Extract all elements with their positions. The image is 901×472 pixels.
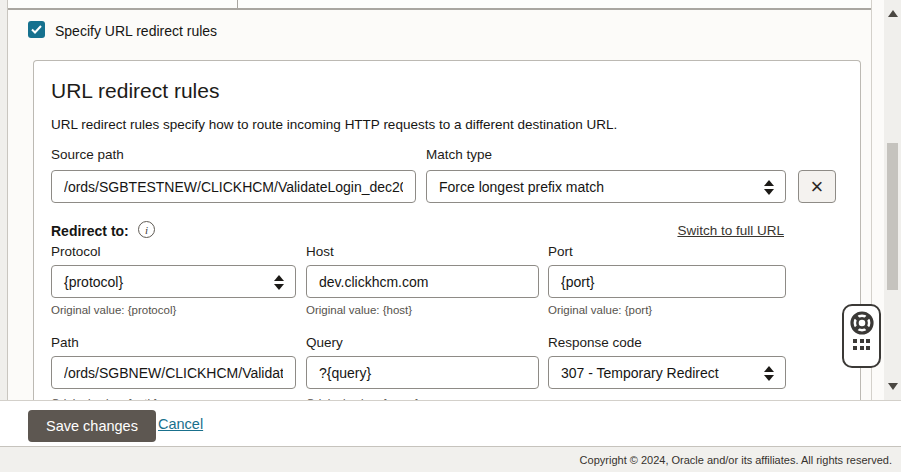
card-description: URL redirect rules specify how to route … bbox=[51, 117, 617, 132]
match-type-label: Match type bbox=[426, 147, 492, 162]
specify-url-redirect-rules-checkbox[interactable] bbox=[28, 21, 45, 38]
host-input[interactable] bbox=[306, 265, 539, 298]
footer: Copyright © 2024, Oracle and/or its affi… bbox=[0, 446, 901, 472]
response-code-selected-value: 307 - Temporary Redirect bbox=[561, 365, 719, 381]
protocol-selected-value: {protocol} bbox=[64, 274, 123, 290]
select-chevrons-icon bbox=[274, 275, 284, 290]
cancel-link[interactable]: Cancel bbox=[158, 416, 203, 432]
left-gutter bbox=[0, 0, 8, 400]
remove-rule-button[interactable]: × bbox=[798, 170, 836, 203]
checkmark-icon bbox=[31, 25, 42, 34]
source-path-input[interactable] bbox=[51, 170, 416, 203]
query-label: Query bbox=[306, 335, 343, 350]
port-input[interactable] bbox=[548, 265, 786, 298]
response-code-label: Response code bbox=[548, 335, 642, 350]
select-chevrons-icon bbox=[764, 180, 774, 195]
select-chevrons-icon bbox=[764, 366, 774, 381]
port-original-value: Original value: {port} bbox=[548, 304, 652, 316]
card-title: URL redirect rules bbox=[51, 79, 219, 103]
scrollbar-thumb[interactable] bbox=[887, 143, 898, 290]
response-code-select[interactable]: 307 - Temporary Redirect bbox=[548, 356, 786, 389]
query-input[interactable] bbox=[306, 356, 539, 389]
port-label: Port bbox=[548, 244, 573, 259]
match-type-selected-value: Force longest prefix match bbox=[439, 179, 604, 195]
host-label: Host bbox=[306, 244, 334, 259]
drag-handle-dots-icon[interactable] bbox=[853, 339, 870, 350]
info-icon-glyph: i bbox=[145, 224, 148, 236]
match-type-select[interactable]: Force longest prefix match bbox=[426, 170, 786, 203]
switch-to-full-url-link[interactable]: Switch to full URL bbox=[677, 223, 784, 238]
redirect-to-label: Redirect to: bbox=[51, 223, 129, 239]
close-icon: × bbox=[811, 174, 824, 200]
source-path-label: Source path bbox=[51, 147, 124, 162]
help-widget[interactable] bbox=[842, 304, 881, 368]
path-input[interactable] bbox=[51, 356, 296, 389]
path-label: Path bbox=[51, 335, 79, 350]
top-strip bbox=[8, 0, 871, 10]
top-strip-divider bbox=[237, 0, 238, 10]
footer-copyright: Copyright © 2024, Oracle and/or its affi… bbox=[580, 454, 892, 466]
protocol-select[interactable]: {protocol} bbox=[51, 265, 296, 298]
host-original-value: Original value: {host} bbox=[306, 304, 412, 316]
save-changes-button[interactable]: Save changes bbox=[28, 410, 156, 442]
info-icon[interactable]: i bbox=[138, 221, 155, 238]
vertical-scrollbar[interactable] bbox=[884, 0, 901, 400]
protocol-original-value: Original value: {protocol} bbox=[51, 304, 176, 316]
action-bar: Save changes Cancel bbox=[0, 400, 901, 446]
checkbox-label: Specify URL redirect rules bbox=[55, 23, 217, 39]
protocol-label: Protocol bbox=[51, 244, 101, 259]
scrollbar-up-arrow-icon[interactable] bbox=[888, 10, 898, 17]
url-redirect-rules-card: URL redirect rules URL redirect rules sp… bbox=[33, 60, 861, 401]
life-preserver-icon bbox=[849, 310, 875, 336]
scrollbar-down-arrow-icon[interactable] bbox=[888, 383, 898, 390]
